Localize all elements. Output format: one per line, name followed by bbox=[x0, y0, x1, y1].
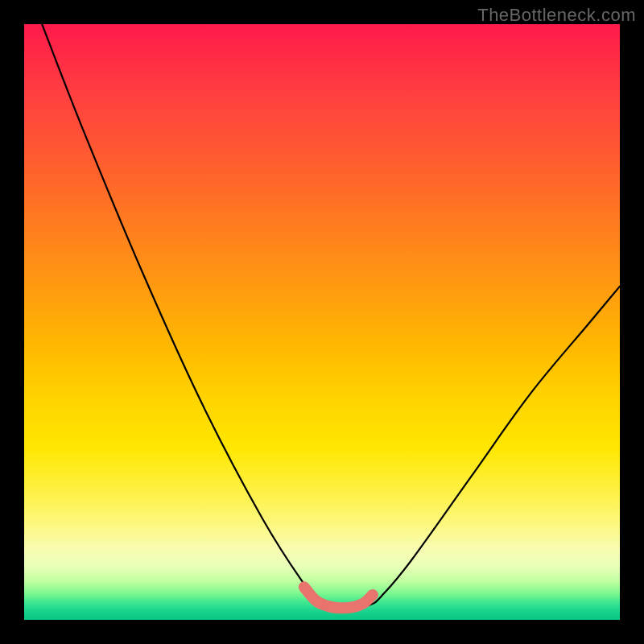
optimal-band-path bbox=[304, 587, 373, 608]
watermark-text: TheBottleneck.com bbox=[477, 5, 636, 26]
chart-frame: TheBottleneck.com bbox=[0, 0, 644, 644]
plot-area bbox=[24, 24, 620, 620]
bottleneck-curve-path bbox=[42, 24, 620, 608]
curve-layer bbox=[24, 24, 620, 620]
